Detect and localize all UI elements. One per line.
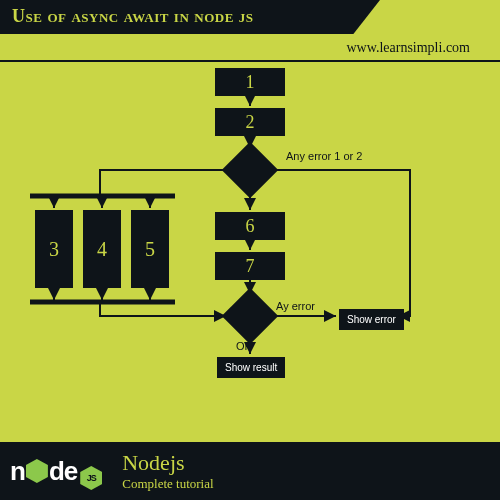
logo-text-de: de — [49, 456, 77, 487]
label-any-error: Any error 1 or 2 — [286, 150, 362, 162]
footer-subtitle: Complete tutorial — [122, 476, 213, 492]
node-7: 7 — [215, 252, 285, 280]
footer: n de JS Nodejs Complete tutorial — [0, 442, 500, 500]
node-1: 1 — [215, 68, 285, 96]
node-logo: n de JS — [10, 452, 102, 490]
divider — [0, 60, 500, 62]
logo-text-n: n — [10, 456, 25, 487]
node-4: 4 — [83, 210, 121, 288]
node-3: 3 — [35, 210, 73, 288]
decision-1 — [222, 142, 279, 199]
hex-icon — [26, 459, 48, 483]
node-2: 2 — [215, 108, 285, 136]
show-result-box: Show result — [216, 356, 286, 379]
website-url: www.learnsimpli.com — [346, 40, 470, 56]
footer-text: Nodejs Complete tutorial — [122, 450, 213, 492]
show-error-box: Show error — [338, 308, 405, 331]
node-6: 6 — [215, 212, 285, 240]
label-ay-error: Ay error — [276, 300, 315, 312]
hex-js-icon: JS — [80, 466, 102, 490]
decision-2 — [222, 288, 279, 345]
label-ok: OK — [236, 340, 252, 352]
node-5: 5 — [131, 210, 169, 288]
header-title: Use of async await in node js — [12, 6, 254, 26]
footer-title: Nodejs — [122, 450, 213, 476]
header-banner: Use of async await in node js — [0, 0, 380, 34]
